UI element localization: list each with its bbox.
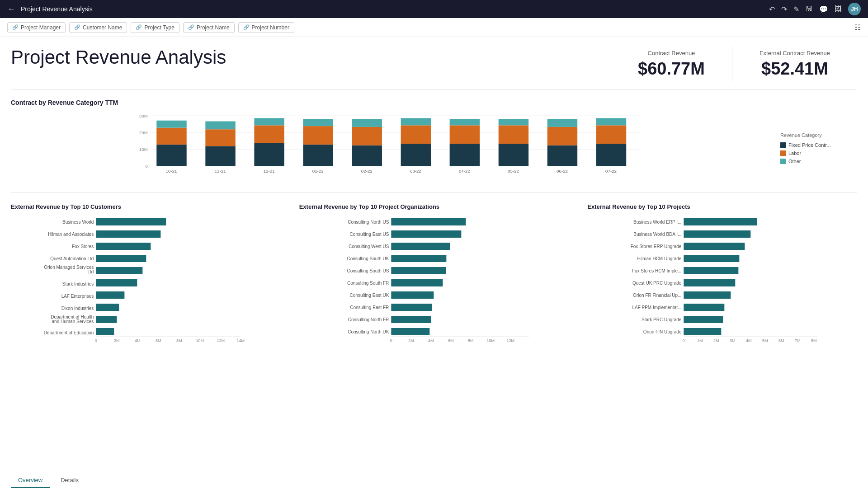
svg-rect-40 (547, 145, 577, 166)
svg-text:Fox Stores HCM Imple...: Fox Stores HCM Imple... (632, 268, 681, 273)
contract-revenue-value: $60.77M (638, 59, 705, 79)
legend-color-labor (780, 150, 786, 156)
svg-text:Ltd: Ltd (87, 269, 94, 274)
legend-label-other: Other (788, 159, 801, 164)
contract-revenue-label: Contract Revenue (638, 50, 705, 56)
svg-text:12M: 12M (506, 338, 514, 343)
filter-chip-customer-name[interactable]: 🔗 Customer Name (69, 22, 127, 33)
toolbar-icons: ↶ ↷ ✎ 🖫 💬 🖼 JH (769, 3, 861, 15)
filter-chip-project-name[interactable]: 🔗 Project Name (183, 22, 235, 33)
customers-chart-svg: Business World Hilman and Associates Fox… (11, 216, 281, 349)
svg-rect-85 (391, 230, 461, 238)
legend-label-fixed: Fixed Price Contr... (788, 142, 831, 148)
svg-text:Quest Automation Ltd: Quest Automation Ltd (50, 256, 94, 261)
svg-rect-10 (156, 121, 186, 128)
svg-text:Consulting East UK: Consulting East UK (349, 293, 389, 298)
undo-icon[interactable]: ↶ (769, 5, 775, 14)
svg-rect-16 (254, 143, 284, 166)
svg-text:Stark PRC Upgrade: Stark PRC Upgrade (642, 317, 682, 322)
svg-text:12-21: 12-21 (264, 169, 275, 174)
svg-rect-30 (401, 118, 431, 125)
svg-rect-83 (391, 218, 466, 225)
edit-icon[interactable]: ✎ (793, 5, 799, 14)
svg-rect-61 (96, 267, 142, 274)
svg-text:8M: 8M (811, 338, 817, 343)
svg-rect-49 (780, 150, 786, 156)
filter-bar: 🔗 Project Manager 🔗 Customer Name 🔗 Proj… (0, 18, 868, 37)
svg-rect-56 (96, 243, 151, 250)
svg-rect-70 (96, 316, 117, 323)
svg-text:0: 0 (390, 338, 392, 343)
organizations-chart-panel: External Revenue by Top 10 Project Organ… (299, 203, 579, 350)
organizations-chart-svg: Consulting North US Consulting East US C… (299, 216, 569, 349)
filter-chip-project-type[interactable]: 🔗 Project Type (131, 22, 179, 33)
svg-rect-72 (96, 328, 114, 335)
legend-item-fixed: Fixed Price Contr... (780, 142, 853, 148)
image-icon[interactable]: 🖼 (835, 5, 842, 13)
svg-text:6M: 6M (156, 338, 161, 343)
svg-text:Orion Managed Services: Orion Managed Services (44, 265, 94, 270)
svg-text:0: 0 (95, 338, 97, 343)
svg-text:Consulting West US: Consulting West US (349, 244, 389, 249)
svg-rect-13 (205, 129, 235, 146)
tabs-bar: Overview Details (0, 472, 868, 488)
filter-chip-icon-project-name: 🔗 (188, 24, 194, 30)
svg-text:7M: 7M (795, 338, 801, 343)
svg-text:14M: 14M (237, 338, 245, 343)
svg-text:8M: 8M (176, 338, 182, 343)
svg-text:Business World: Business World (62, 220, 94, 225)
svg-text:4M: 4M (135, 338, 141, 343)
page-title: Project Revenue Analysis (11, 46, 226, 69)
svg-text:06-22: 06-22 (557, 169, 568, 174)
organizations-horiz-chart: Consulting North US Consulting East US C… (299, 216, 569, 350)
svg-text:Dixon Industries: Dixon Industries (61, 306, 94, 311)
filter-chip-label-project-name: Project Name (197, 24, 230, 31)
filter-chip-project-manager[interactable]: 🔗 Project Manager (7, 22, 66, 33)
svg-rect-50 (780, 159, 786, 164)
tab-details[interactable]: Details (53, 473, 86, 488)
main-chart-title: Contract by Revenue Category TTM (11, 99, 857, 106)
svg-rect-24 (352, 145, 382, 166)
filter-chip-project-number[interactable]: 🔗 Project Number (238, 22, 294, 33)
svg-rect-42 (547, 119, 577, 127)
svg-rect-111 (684, 218, 757, 225)
save-icon[interactable]: 🖫 (806, 5, 813, 13)
svg-text:Consulting South UK: Consulting South UK (347, 256, 389, 261)
svg-rect-58 (96, 255, 146, 262)
filter-chip-label-customer-name: Customer Name (83, 24, 122, 31)
filter-all-icon[interactable]: ☷ (854, 23, 861, 32)
svg-rect-44 (596, 144, 626, 166)
filter-chip-label-project-manager: Project Manager (21, 24, 61, 31)
section-divider (11, 192, 857, 192)
svg-rect-17 (254, 125, 284, 143)
external-contract-revenue-value: $52.41M (760, 59, 830, 79)
svg-rect-93 (391, 279, 443, 286)
svg-rect-33 (450, 125, 480, 144)
header-section: Project Revenue Analysis Contract Revenu… (11, 37, 857, 90)
back-button[interactable]: ← (7, 5, 15, 14)
svg-text:Consulting North US: Consulting North US (348, 220, 389, 225)
svg-rect-28 (401, 144, 431, 166)
svg-rect-32 (450, 144, 480, 166)
svg-rect-52 (96, 218, 166, 225)
svg-text:Quest UK PRC Upgrade: Quest UK PRC Upgrade (632, 281, 682, 286)
svg-rect-12 (205, 146, 235, 166)
redo-icon[interactable]: ↷ (781, 5, 787, 14)
svg-text:02-22: 02-22 (361, 169, 373, 174)
bottom-charts-row: External Revenue by Top 10 Customers Bus… (11, 196, 857, 350)
external-contract-revenue-label: External Contract Revenue (760, 50, 830, 56)
svg-text:10M: 10M (196, 338, 204, 343)
svg-text:Consulting North UK: Consulting North UK (348, 329, 389, 334)
avatar[interactable]: JH (848, 3, 861, 15)
svg-text:04-22: 04-22 (459, 169, 470, 174)
tab-overview[interactable]: Overview (11, 473, 50, 488)
comment-icon[interactable]: 💬 (819, 5, 828, 14)
legend-label-labor: Labor (788, 150, 801, 156)
projects-chart-svg: Business World ERP I... Business World B… (587, 216, 857, 349)
svg-rect-18 (254, 118, 284, 125)
filter-chip-label-project-number: Project Number (252, 24, 289, 31)
svg-text:1M: 1M (697, 338, 703, 343)
customers-chart-title: External Revenue by Top 10 Customers (11, 203, 281, 210)
svg-text:6M: 6M (778, 338, 784, 343)
svg-rect-8 (156, 145, 186, 166)
